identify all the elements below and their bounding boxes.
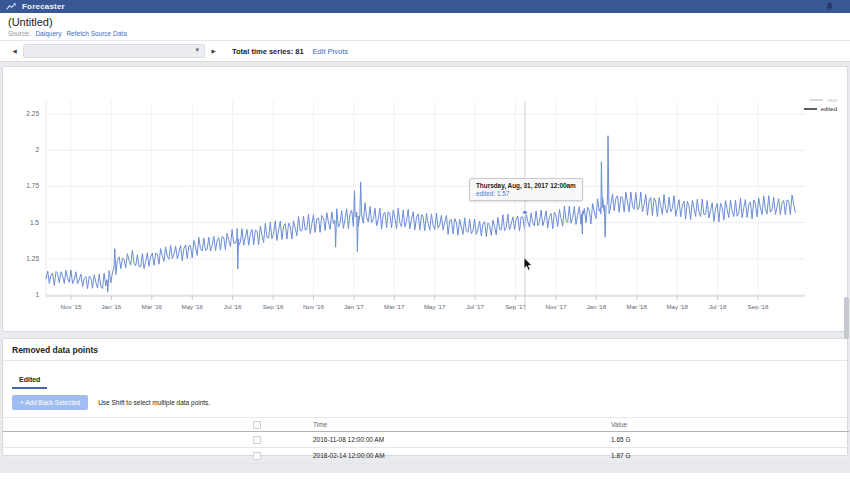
svg-text:Mar '16: Mar '16 [142,303,163,310]
tooltip-value: edited: 1.57 [476,190,576,197]
legend-label-raw: raw [827,97,837,103]
shift-select-hint: Use Shift to select multiple data points… [98,399,210,406]
column-header-time: Time [311,418,609,432]
row-value: 1.65 G [609,432,849,448]
svg-text:Nov '16: Nov '16 [303,303,324,310]
row-checkbox[interactable] [253,452,261,460]
series-select-dropdown[interactable]: ▾ [23,44,205,58]
table-row[interactable]: 2016-11-08 12:00:00 AM1.65 G [3,432,849,448]
table-row[interactable]: 2018-02-14 12:00:00 AM1.87 G [3,448,849,464]
svg-text:1.25: 1.25 [26,255,39,262]
refetch-source-data-link[interactable]: Refetch Source Data [66,30,126,37]
svg-text:May '18: May '18 [666,303,688,310]
svg-text:1.5: 1.5 [30,219,39,226]
removed-data-points-section: Removed data points Edited + Add Back Se… [2,338,848,456]
svg-text:Sep '17: Sep '17 [505,303,526,310]
notifications-bell-icon[interactable] [825,2,834,11]
select-all-checkbox[interactable] [253,421,261,429]
next-series-button[interactable]: ▶ [207,44,220,58]
chevron-down-icon: ▾ [195,46,199,54]
row-time: 2018-02-14 12:00:00 AM [311,448,609,464]
svg-text:Nov '15: Nov '15 [61,303,82,310]
actions-row: + Add Back Selected Use Shift to select … [3,389,847,410]
svg-text:Sep '16: Sep '16 [263,303,284,310]
row-checkbox[interactable] [253,436,261,444]
edit-pivots-link[interactable]: Edit Pivots [313,47,348,56]
chart-legend: raw edited [804,97,837,115]
legend-label-edited: edited [821,106,837,112]
tab-bar: Edited [3,361,847,389]
app-header: Forecaster [0,0,850,13]
svg-text:1.75: 1.75 [26,182,39,189]
app-logo-icon [6,2,16,11]
source-label: Source: [8,30,30,37]
title-bar: (Untitled) Source:DaiqueryRefetch Source… [0,13,850,40]
legend-item-edited[interactable]: edited [804,106,837,112]
series-toolbar: ◀ ▾ ▶ Total time series: 81 Edit Pivots [0,40,850,62]
removed-points-table: Time Value 2016-11-08 12:00:00 AM1.65 G2… [3,417,849,464]
svg-text:2: 2 [35,146,39,153]
svg-text:Mar '17: Mar '17 [384,303,405,310]
total-series-label: Total time series: 81 [232,47,304,56]
svg-text:May '17: May '17 [424,303,446,310]
tab-edited[interactable]: Edited [12,374,47,389]
row-time: 2016-11-08 12:00:00 AM [311,432,609,448]
svg-text:Mar '18: Mar '18 [627,303,648,310]
svg-text:Sep '18: Sep '18 [748,303,769,310]
svg-text:Jan '16: Jan '16 [102,303,122,310]
svg-text:2.25: 2.25 [26,110,39,117]
prev-series-button[interactable]: ◀ [8,44,21,58]
svg-text:Jan '18: Jan '18 [586,303,606,310]
svg-text:May '16: May '16 [181,303,203,310]
svg-text:Jul '17: Jul '17 [466,303,484,310]
legend-item-raw[interactable]: raw [804,97,837,103]
svg-text:Nov '17: Nov '17 [546,303,567,310]
page-background: 11.251.51.7522.25Nov '15Jan '16Mar '16Ma… [0,62,850,483]
scrollbar-thumb[interactable] [844,297,849,339]
chart-card: 11.251.51.7522.25Nov '15Jan '16Mar '16Ma… [2,66,848,332]
tooltip-date: Thursday, Aug, 31, 2017 12:00am [476,182,576,189]
table-header-row: Time Value [3,418,849,432]
source-link-daiquery[interactable]: Daiquery [35,30,61,37]
column-header-value: Value [609,418,849,432]
row-value: 1.87 G [609,448,849,464]
legend-swatch-raw [810,99,823,101]
chart-tooltip: Thursday, Aug, 31, 2017 12:00am edited: … [469,178,583,201]
app-root: Forecaster (Untitled) Source:DaiqueryRef… [0,0,850,483]
legend-swatch-edited [804,108,817,110]
svg-text:1: 1 [35,291,39,298]
removed-heading: Removed data points [3,339,847,360]
add-back-selected-button[interactable]: + Add Back Selected [12,395,88,410]
bottom-strip [0,473,850,483]
svg-text:Jul '16: Jul '16 [224,303,242,310]
app-title: Forecaster [22,2,65,11]
svg-text:Jan '17: Jan '17 [344,303,364,310]
page-title: (Untitled) [8,16,842,28]
svg-text:Jul '18: Jul '18 [709,303,727,310]
timeseries-chart[interactable]: 11.251.51.7522.25Nov '15Jan '16Mar '16Ma… [3,67,847,331]
